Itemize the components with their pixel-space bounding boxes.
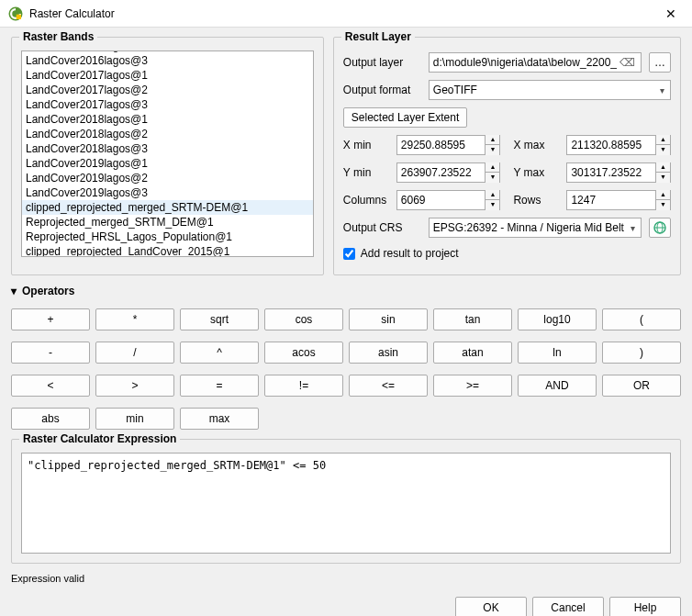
clear-output-icon[interactable]: ⌫ xyxy=(617,56,637,69)
operators-title: Operators xyxy=(22,285,74,297)
operator-button[interactable]: abs xyxy=(11,408,90,430)
chevron-down-icon: ▾ xyxy=(11,285,17,297)
xmax-field[interactable]: ▲▼ xyxy=(566,135,671,155)
ymin-field[interactable]: ▲▼ xyxy=(396,162,501,183)
raster-band-item[interactable]: LandCover2017lagos@3 xyxy=(22,97,313,112)
raster-band-item[interactable]: LandCover2016lagos@3 xyxy=(22,53,313,68)
operator-button[interactable]: > xyxy=(95,375,174,397)
operator-button[interactable]: min xyxy=(95,408,174,430)
raster-band-item[interactable]: LandCover2019lagos@2 xyxy=(22,171,313,185)
operator-button[interactable]: sqrt xyxy=(180,308,259,330)
crs-picker-button[interactable] xyxy=(649,218,671,238)
operator-button[interactable]: + xyxy=(11,308,90,330)
close-icon[interactable]: ✕ xyxy=(657,6,685,21)
operator-button[interactable]: cos xyxy=(264,308,343,330)
operator-button[interactable]: log10 xyxy=(518,308,597,330)
operator-button[interactable]: ) xyxy=(602,342,681,364)
xmin-field[interactable]: ▲▼ xyxy=(396,135,501,155)
rows-label: Rows xyxy=(513,194,559,207)
output-crs-combo[interactable]: EPSG:26392 - Minna / Nigeria Mid Belt xyxy=(429,218,642,238)
raster-bands-group: Raster Bands LandCover2016lagos@2LandCov… xyxy=(11,37,324,275)
raster-band-item[interactable]: LandCover2018lagos@2 xyxy=(22,127,313,141)
ymin-label: Y min xyxy=(343,166,389,179)
raster-band-item[interactable]: LandCover2019lagos@3 xyxy=(22,185,313,200)
operators-toggle[interactable]: ▾ Operators xyxy=(11,285,681,297)
raster-bands-title: Raster Bands xyxy=(19,30,97,43)
result-layer-title: Result Layer xyxy=(341,30,415,43)
xmin-label: X min xyxy=(343,139,389,151)
operator-button[interactable]: != xyxy=(264,375,343,397)
ymax-field[interactable]: ▲▼ xyxy=(566,162,671,183)
operator-button[interactable]: < xyxy=(11,375,90,397)
operator-button[interactable]: ^ xyxy=(180,342,259,364)
ymax-label: Y max xyxy=(513,166,559,179)
raster-band-item[interactable]: LandCover2019lagos@1 xyxy=(22,156,313,171)
raster-band-item[interactable]: LandCover2018lagos@3 xyxy=(22,141,313,156)
columns-field[interactable]: ▲▼ xyxy=(396,190,501,210)
operator-button[interactable]: ( xyxy=(602,308,681,330)
operator-button[interactable]: ln xyxy=(518,342,597,364)
raster-bands-list[interactable]: LandCover2016lagos@2LandCover2016lagos@3… xyxy=(21,50,314,257)
output-layer-label: Output layer xyxy=(343,56,421,69)
operator-button[interactable]: >= xyxy=(433,375,512,397)
globe-icon xyxy=(653,221,666,234)
window-title: Raster Calculator xyxy=(29,7,657,20)
operator-button[interactable]: tan xyxy=(433,308,512,330)
operator-button[interactable]: max xyxy=(180,408,259,430)
operator-button[interactable]: / xyxy=(95,342,174,364)
operator-button[interactable]: AND xyxy=(518,375,597,397)
raster-band-item[interactable]: LandCover2017lagos@2 xyxy=(22,83,313,97)
svg-rect-1 xyxy=(17,14,21,18)
cancel-button[interactable]: Cancel xyxy=(532,597,604,616)
operator-button[interactable]: <= xyxy=(349,375,428,397)
operator-button[interactable]: - xyxy=(11,342,90,364)
operator-button[interactable]: acos xyxy=(264,342,343,364)
selected-layer-extent-button[interactable]: Selected Layer Extent xyxy=(343,107,467,128)
raster-band-item[interactable]: Reprojected_merged_SRTM_DEM@1 xyxy=(22,215,313,230)
expression-textarea[interactable] xyxy=(21,453,671,554)
expression-status: Expression valid xyxy=(11,573,681,584)
operator-button[interactable]: * xyxy=(95,308,174,330)
operators-row1: +*sqrtcossintanlog10( xyxy=(11,308,681,330)
output-crs-label: Output CRS xyxy=(343,221,421,234)
result-layer-group: Result Layer Output layer d:\module9\nig… xyxy=(333,37,681,275)
operator-button[interactable]: = xyxy=(180,375,259,397)
operator-button[interactable]: OR xyxy=(602,375,681,397)
operator-button[interactable]: sin xyxy=(349,308,428,330)
expression-title: Raster Calculator Expression xyxy=(19,432,180,445)
operators-row3: <>=!=<=>=ANDOR xyxy=(11,375,681,397)
operators-row4: absminmax xyxy=(11,408,681,430)
raster-band-item[interactable]: clipped_reprojected_LandCover_2015@1 xyxy=(22,244,313,257)
operator-button[interactable]: atan xyxy=(433,342,512,364)
add-to-project-label: Add result to project xyxy=(361,247,459,260)
ok-button[interactable]: OK xyxy=(455,597,527,616)
output-layer-field[interactable]: d:\module9\nigeria\data\below_2200_ xyxy=(433,56,617,69)
expression-group: Raster Calculator Expression xyxy=(11,439,681,564)
raster-band-item[interactable]: LandCover2017lagos@1 xyxy=(22,68,313,83)
help-button[interactable]: Help xyxy=(609,597,681,616)
rows-field[interactable]: ▲▼ xyxy=(566,190,671,210)
operators-row2: -/^acosasinatanln) xyxy=(11,342,681,364)
xmax-label: X max xyxy=(513,139,559,151)
operator-button[interactable]: asin xyxy=(349,342,428,364)
raster-band-item[interactable]: clipped_reprojected_merged_SRTM-DEM@1 xyxy=(22,200,313,215)
browse-output-button[interactable]: … xyxy=(649,52,671,73)
raster-band-item[interactable]: LandCover2018lagos@1 xyxy=(22,112,313,127)
qgis-logo-icon xyxy=(7,6,24,22)
add-to-project-checkbox[interactable] xyxy=(343,248,355,260)
columns-label: Columns xyxy=(343,194,389,207)
output-format-label: Output format xyxy=(343,84,421,96)
raster-band-item[interactable]: Reprojected_HRSL_Lagos_Population@1 xyxy=(22,230,313,244)
output-format-combo[interactable]: GeoTIFF xyxy=(429,80,671,100)
